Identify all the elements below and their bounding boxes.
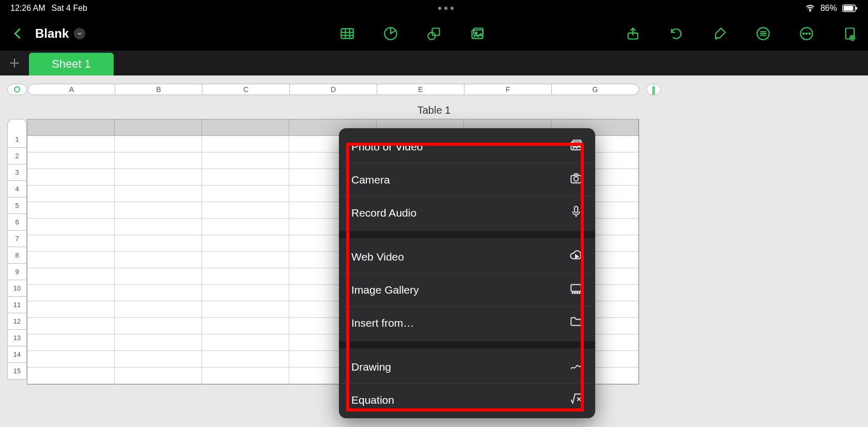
popover-item-mic[interactable]: Record Audio bbox=[339, 196, 595, 229]
cell[interactable] bbox=[115, 152, 202, 169]
cell[interactable] bbox=[27, 152, 115, 169]
multitask-dots[interactable] bbox=[438, 7, 454, 10]
row-header[interactable]: 12 bbox=[7, 313, 27, 330]
row-header-column: 123456789101112131415 bbox=[7, 119, 27, 385]
back-button[interactable] bbox=[10, 26, 26, 41]
cell[interactable] bbox=[115, 318, 202, 334]
row-header[interactable]: 9 bbox=[7, 264, 27, 280]
popover-item-photo[interactable]: Photo or Video bbox=[339, 130, 595, 163]
cell[interactable] bbox=[202, 268, 289, 285]
cell[interactable] bbox=[202, 235, 289, 252]
select-all-handle[interactable] bbox=[7, 84, 27, 95]
row-header[interactable]: 6 bbox=[7, 214, 27, 231]
cell[interactable] bbox=[202, 301, 289, 318]
cell[interactable] bbox=[27, 252, 115, 268]
row-header[interactable]: 15 bbox=[7, 363, 27, 379]
app-toolbar: Blank bbox=[0, 17, 868, 51]
popover-item-sqrt[interactable]: Equation bbox=[339, 384, 595, 416]
spreadsheet-canvas[interactable]: ABCDEFG ‖ Table 1 123456789101112131415 … bbox=[0, 75, 868, 427]
cell[interactable] bbox=[115, 136, 202, 152]
cell[interactable] bbox=[27, 351, 115, 368]
sheet-tab-active[interactable]: Sheet 1 bbox=[29, 53, 114, 75]
column-header[interactable]: B bbox=[115, 84, 203, 95]
cell[interactable] bbox=[115, 334, 202, 351]
cell[interactable] bbox=[202, 318, 289, 334]
cell[interactable] bbox=[202, 219, 289, 235]
cell[interactable] bbox=[202, 202, 289, 219]
column-header[interactable]: F bbox=[464, 84, 552, 95]
popover-item-folder[interactable]: Insert from… bbox=[339, 307, 595, 339]
cell[interactable] bbox=[115, 368, 202, 384]
insert-table-icon[interactable] bbox=[339, 26, 355, 41]
cell[interactable] bbox=[202, 169, 289, 186]
column-header[interactable]: D bbox=[290, 84, 377, 95]
row-header[interactable]: 11 bbox=[7, 297, 27, 313]
undo-icon[interactable] bbox=[669, 26, 684, 41]
cell[interactable] bbox=[115, 301, 202, 318]
cell[interactable] bbox=[202, 136, 289, 152]
row-header[interactable]: 4 bbox=[7, 181, 27, 197]
cell[interactable] bbox=[115, 169, 202, 186]
popover-item-label: Record Audio bbox=[351, 207, 416, 219]
row-header[interactable]: 3 bbox=[7, 164, 27, 181]
view-options-icon[interactable] bbox=[755, 26, 771, 41]
cell[interactable] bbox=[27, 334, 115, 351]
popover-item-label: Equation bbox=[351, 394, 394, 406]
cell[interactable] bbox=[27, 285, 115, 301]
table-title[interactable]: Table 1 bbox=[417, 104, 451, 116]
cell[interactable] bbox=[27, 169, 115, 186]
cell[interactable] bbox=[27, 202, 115, 219]
cell[interactable] bbox=[115, 351, 202, 368]
cell[interactable] bbox=[27, 186, 115, 202]
insert-shape-icon[interactable] bbox=[426, 26, 442, 41]
cell[interactable] bbox=[115, 219, 202, 235]
cell[interactable] bbox=[115, 285, 202, 301]
row-header[interactable]: 1 bbox=[7, 131, 27, 148]
cell[interactable] bbox=[202, 368, 289, 384]
mic-icon bbox=[569, 205, 583, 221]
popover-item-gallery[interactable]: Image Gallery bbox=[339, 273, 595, 307]
share-icon[interactable] bbox=[625, 26, 641, 41]
column-header[interactable]: E bbox=[377, 84, 464, 95]
insert-chart-icon[interactable] bbox=[383, 26, 398, 41]
row-header[interactable]: 2 bbox=[7, 148, 27, 164]
column-header[interactable]: C bbox=[203, 84, 290, 95]
cell[interactable] bbox=[202, 152, 289, 169]
cell[interactable] bbox=[115, 186, 202, 202]
add-sheet-button[interactable] bbox=[0, 51, 29, 75]
cell[interactable] bbox=[27, 235, 115, 252]
more-icon[interactable] bbox=[799, 26, 814, 41]
popover-item-scribble[interactable]: Drawing bbox=[339, 350, 595, 384]
cell[interactable] bbox=[27, 136, 115, 152]
cell[interactable] bbox=[27, 301, 115, 318]
cell[interactable] bbox=[202, 285, 289, 301]
cell[interactable] bbox=[115, 235, 202, 252]
insert-media-icon[interactable] bbox=[470, 26, 485, 41]
cell[interactable] bbox=[27, 368, 115, 384]
cell[interactable] bbox=[27, 219, 115, 235]
add-column-handle[interactable]: ‖ bbox=[646, 84, 661, 95]
column-header[interactable]: A bbox=[28, 84, 115, 95]
cell[interactable] bbox=[115, 268, 202, 285]
popover-item-camera[interactable]: Camera bbox=[339, 163, 595, 196]
cell[interactable] bbox=[27, 268, 115, 285]
row-header[interactable]: 8 bbox=[7, 247, 27, 264]
cell[interactable] bbox=[115, 252, 202, 268]
svg-point-31 bbox=[574, 144, 576, 145]
column-header[interactable]: G bbox=[552, 84, 639, 95]
row-header[interactable]: 5 bbox=[7, 197, 27, 214]
row-header[interactable]: 7 bbox=[7, 231, 27, 247]
cell[interactable] bbox=[202, 186, 289, 202]
popover-item-cloud[interactable]: Web Video bbox=[339, 240, 595, 273]
cell[interactable] bbox=[202, 351, 289, 368]
row-header[interactable]: 13 bbox=[7, 330, 27, 346]
document-settings-icon[interactable] bbox=[842, 26, 858, 41]
row-header[interactable]: 10 bbox=[7, 280, 27, 297]
row-header[interactable]: 14 bbox=[7, 346, 27, 363]
cell[interactable] bbox=[202, 334, 289, 351]
document-title[interactable]: Blank bbox=[35, 26, 85, 41]
format-brush-icon[interactable] bbox=[712, 26, 727, 41]
cell[interactable] bbox=[202, 252, 289, 268]
cell[interactable] bbox=[27, 318, 115, 334]
cell[interactable] bbox=[115, 202, 202, 219]
